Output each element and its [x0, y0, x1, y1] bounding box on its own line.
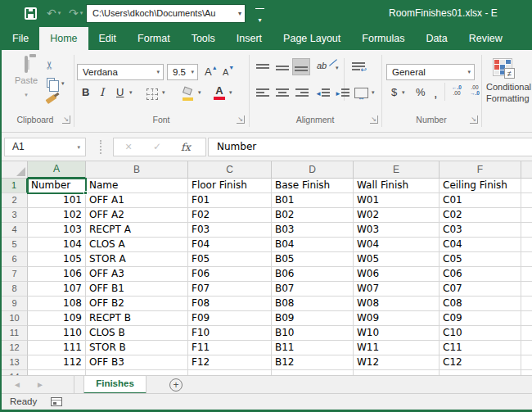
- cell-E5[interactable]: W04: [354, 238, 440, 252]
- tab-review[interactable]: Review: [458, 27, 513, 50]
- currency-dropdown[interactable]: ▾: [402, 89, 405, 96]
- row-header-11[interactable]: 11: [2, 326, 28, 341]
- cell-D12[interactable]: B11: [272, 341, 354, 355]
- chevron-down-icon[interactable]: ▾: [238, 5, 241, 22]
- tab-file[interactable]: File: [2, 27, 39, 50]
- row-header-1[interactable]: 1: [2, 179, 28, 193]
- cell-A9[interactable]: 108: [28, 297, 86, 311]
- borders-dropdown[interactable]: ▾: [162, 89, 165, 96]
- copy-dropdown[interactable]: ▾: [61, 80, 65, 87]
- cell-A11[interactable]: 110: [28, 326, 86, 341]
- cell-C7[interactable]: F06: [188, 267, 272, 282]
- cell-C6[interactable]: F05: [188, 252, 272, 267]
- row-header-3[interactable]: 3: [2, 208, 28, 223]
- cell-E3[interactable]: W02: [354, 208, 440, 223]
- cell-D13[interactable]: B12: [272, 355, 354, 370]
- cell-C12[interactable]: F11: [188, 341, 272, 355]
- conditional-formatting-button[interactable]: ≠ ConditionalFormatting: [486, 57, 532, 129]
- cell-C8[interactable]: F07: [188, 282, 272, 297]
- number-dialog-launcher-icon[interactable]: ↘: [470, 115, 478, 124]
- cell-F2[interactable]: C01: [440, 193, 521, 208]
- row-header-2[interactable]: 2: [2, 193, 28, 208]
- cell-G3[interactable]: [521, 208, 532, 223]
- select-all-corner[interactable]: [2, 161, 28, 179]
- cell-G10[interactable]: [521, 311, 532, 326]
- cell-E13[interactable]: W12: [354, 355, 440, 370]
- redo-button[interactable]: ↷▾: [69, 6, 83, 20]
- alignment-dialog-launcher-icon[interactable]: ↘: [370, 115, 378, 124]
- row-header-8[interactable]: 8: [2, 282, 28, 297]
- increase-indent-icon[interactable]: ►: [336, 87, 351, 98]
- cell-D6[interactable]: B05: [272, 252, 354, 267]
- tab-data[interactable]: Data: [415, 27, 458, 50]
- save-icon[interactable]: [25, 7, 37, 20]
- align-bottom-selected[interactable]: [292, 58, 310, 75]
- sheet-tab-finishes[interactable]: Finishes: [83, 376, 147, 394]
- cell-E7[interactable]: W06: [354, 267, 440, 282]
- row-header-6[interactable]: 6: [2, 252, 28, 267]
- cell-F3[interactable]: C02: [440, 208, 521, 223]
- merge-center-icon[interactable]: ↔: [354, 88, 368, 98]
- col-header-D[interactable]: D: [272, 161, 354, 179]
- cancel-icon[interactable]: ×: [125, 138, 132, 156]
- cell-G9[interactable]: [521, 297, 532, 311]
- borders-icon[interactable]: [147, 88, 158, 100]
- cell-B6[interactable]: STOR A: [86, 252, 188, 267]
- cell-D5[interactable]: B04: [272, 238, 354, 252]
- formula-input[interactable]: Number: [208, 138, 532, 156]
- cell-G1[interactable]: [521, 179, 532, 193]
- cell-D9[interactable]: B08: [272, 297, 354, 311]
- cell-C13[interactable]: F12: [188, 355, 272, 370]
- decrease-decimal-icon[interactable]: .00→.0: [467, 84, 483, 96]
- percent-button[interactable]: %: [416, 86, 426, 98]
- cell-G13[interactable]: [521, 355, 532, 370]
- macro-record-icon[interactable]: [51, 397, 62, 406]
- cell-F1[interactable]: Ceiling Finish: [440, 179, 521, 193]
- col-header-C[interactable]: C: [188, 161, 272, 179]
- cell-B1[interactable]: Name: [86, 179, 188, 193]
- cell-F9[interactable]: C08: [440, 297, 521, 311]
- cell-B9[interactable]: OFF B2: [86, 297, 188, 311]
- tab-insert[interactable]: Insert: [226, 27, 273, 50]
- formula-bar-splitter[interactable]: [100, 140, 101, 154]
- cell-A2[interactable]: 101: [28, 193, 86, 208]
- cell-A10[interactable]: 109: [28, 311, 86, 326]
- cell-A5[interactable]: 104: [28, 238, 86, 252]
- cell-C10[interactable]: F09: [188, 311, 272, 326]
- align-left-icon[interactable]: [256, 87, 269, 98]
- cell-D3[interactable]: B02: [272, 208, 354, 223]
- row-header-7[interactable]: 7: [2, 267, 28, 282]
- cell-E8[interactable]: W07: [354, 282, 440, 297]
- comma-style-button[interactable]: ,: [434, 86, 437, 101]
- cell-A3[interactable]: 102: [28, 208, 86, 223]
- align-top-icon[interactable]: [256, 62, 269, 70]
- decrease-indent-icon[interactable]: ◄: [317, 87, 331, 98]
- cell-E4[interactable]: W03: [354, 223, 440, 238]
- grow-font-button[interactable]: A▲: [205, 65, 218, 78]
- cell-F5[interactable]: C04: [440, 238, 521, 252]
- cell-A7[interactable]: 106: [28, 267, 86, 282]
- align-center-icon[interactable]: [276, 87, 289, 98]
- fill-color-icon[interactable]: [183, 88, 193, 98]
- cell-F8[interactable]: C07: [440, 282, 521, 297]
- increase-decimal-icon[interactable]: ←.0.00: [449, 84, 465, 96]
- col-header-B[interactable]: B: [86, 161, 188, 179]
- cell-C1[interactable]: Floor Finish: [188, 179, 272, 193]
- cell-G5[interactable]: [521, 238, 532, 252]
- cell-E9[interactable]: W08: [354, 297, 440, 311]
- cell-A8[interactable]: 107: [28, 282, 86, 297]
- font-dialog-launcher-icon[interactable]: ↘: [237, 115, 245, 124]
- cell-A6[interactable]: 105: [28, 252, 86, 267]
- tab-tools[interactable]: Tools: [181, 27, 226, 50]
- cell-D1[interactable]: Base Finish: [272, 179, 354, 193]
- align-right-icon[interactable]: [295, 87, 309, 98]
- row-header-9[interactable]: 9: [2, 297, 28, 311]
- font-color-button[interactable]: A: [214, 84, 225, 100]
- tab-page-layout[interactable]: Page Layout: [273, 27, 351, 50]
- cell-D7[interactable]: B06: [272, 267, 354, 282]
- paste-dropdown[interactable]: ▾: [25, 92, 28, 97]
- col-header-partial[interactable]: [521, 161, 532, 179]
- cell-C5[interactable]: F04: [188, 238, 272, 252]
- shrink-font-button[interactable]: A▼: [223, 65, 234, 77]
- paste-button[interactable]: Paste ▾: [9, 57, 43, 110]
